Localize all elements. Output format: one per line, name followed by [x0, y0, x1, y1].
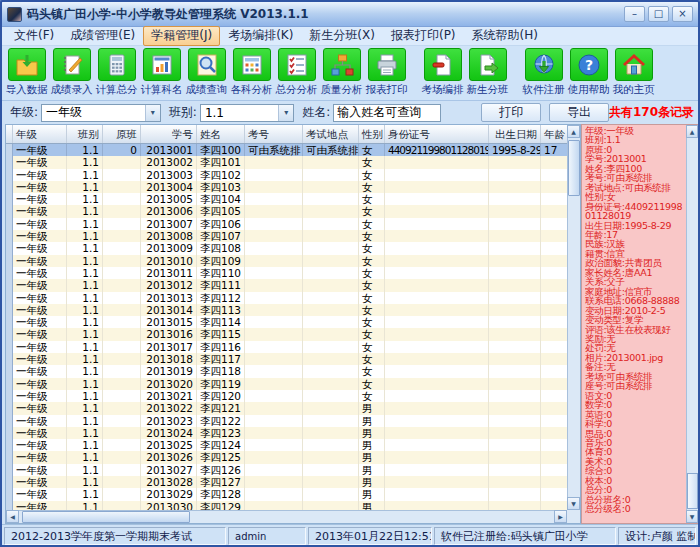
- table-row[interactable]: 一年级1.12013024李四123男: [6, 427, 567, 439]
- table-row[interactable]: 一年级1.12013013李四112女: [6, 292, 567, 304]
- row-selector[interactable]: [6, 378, 13, 390]
- table-row[interactable]: 一年级1.12013022李四121男: [6, 402, 567, 414]
- toolbar-button[interactable]: 导入数据: [4, 48, 49, 97]
- table-horizontal-scrollbar[interactable]: ◀ ▶: [6, 510, 567, 523]
- toolbar-button[interactable]: 我的主页: [611, 48, 656, 97]
- table-row[interactable]: 一年级1.12013004李四103女: [6, 181, 567, 193]
- row-selector[interactable]: [6, 255, 13, 267]
- table-row[interactable]: 一年级1.12013027李四126男: [6, 464, 567, 476]
- row-selector-header[interactable]: [6, 125, 13, 143]
- panel-scrollbar[interactable]: ▲ ▼: [686, 125, 698, 523]
- row-selector[interactable]: [6, 169, 13, 181]
- row-selector[interactable]: [6, 365, 13, 377]
- row-selector[interactable]: [6, 218, 13, 230]
- row-selector[interactable]: [6, 267, 13, 279]
- table-row[interactable]: 一年级1.12013006李四105女: [6, 205, 567, 217]
- row-selector[interactable]: [6, 144, 13, 156]
- menu-item[interactable]: 报表打印(P): [383, 26, 464, 46]
- column-header[interactable]: 身份证号: [385, 125, 489, 143]
- menu-item[interactable]: 成绩管理(E): [62, 26, 143, 46]
- table-row[interactable]: 一年级1.12013018李四117女: [6, 353, 567, 365]
- toolbar-button[interactable]: 报表打印: [364, 48, 409, 97]
- row-selector[interactable]: [6, 353, 13, 365]
- table-row[interactable]: 一年级1.12013023李四122男: [6, 415, 567, 427]
- table-row[interactable]: 一年级1.12013002李四101女: [6, 156, 567, 168]
- table-row[interactable]: 一年级1.12013030李四129男: [6, 501, 567, 510]
- row-selector[interactable]: [6, 304, 13, 316]
- row-selector[interactable]: [6, 316, 13, 328]
- row-selector[interactable]: [6, 488, 13, 500]
- table-row[interactable]: 一年级1.102013001李四100可由系统排可由系统排女4409211998…: [6, 144, 567, 156]
- row-selector[interactable]: [6, 476, 13, 488]
- scroll-down-icon[interactable]: ▼: [686, 510, 698, 523]
- table-row[interactable]: 一年级1.12013008李四107女: [6, 230, 567, 242]
- menu-item[interactable]: 系统帮助(H): [464, 26, 546, 46]
- print-button[interactable]: 打印: [481, 103, 541, 122]
- row-selector[interactable]: [6, 156, 13, 168]
- table-row[interactable]: 一年级1.12013016李四115女: [6, 328, 567, 340]
- row-selector[interactable]: [6, 415, 13, 427]
- toolbar-button[interactable]: 成绩录入: [49, 48, 94, 97]
- menu-item[interactable]: 学籍管理(J): [143, 26, 220, 46]
- minimize-button[interactable]: –: [624, 6, 645, 22]
- maximize-button[interactable]: □: [648, 6, 669, 22]
- menu-item[interactable]: 新生分班(X): [301, 26, 383, 46]
- table-row[interactable]: 一年级1.12013028李四127男: [6, 476, 567, 488]
- column-header[interactable]: 年级: [13, 125, 67, 143]
- row-selector[interactable]: [6, 242, 13, 254]
- table-row[interactable]: 一年级1.12013015李四114女: [6, 316, 567, 328]
- scroll-right-icon[interactable]: ▶: [554, 510, 567, 523]
- column-header[interactable]: 考试地点: [303, 125, 359, 143]
- table-row[interactable]: 一年级1.12013007李四106女: [6, 218, 567, 230]
- row-selector[interactable]: [6, 279, 13, 291]
- row-selector[interactable]: [6, 193, 13, 205]
- toolbar-button[interactable]: 计算总分: [94, 48, 139, 97]
- toolbar-button[interactable]: 新生分班: [465, 48, 510, 97]
- name-search-input[interactable]: [333, 104, 441, 122]
- toolbar-button[interactable]: 成绩查询: [184, 48, 229, 97]
- toolbar-button[interactable]: 总分分析: [274, 48, 319, 97]
- table-row[interactable]: 一年级1.12013003李四102女: [6, 169, 567, 181]
- table-vertical-scrollbar[interactable]: ▲ ▼: [567, 125, 580, 510]
- column-header[interactable]: 学号: [141, 125, 197, 143]
- row-selector[interactable]: [6, 230, 13, 242]
- toolbar-button[interactable]: ?使用帮助: [566, 48, 611, 97]
- menu-item[interactable]: 考场编排(K): [220, 26, 301, 46]
- row-selector[interactable]: [6, 501, 13, 510]
- table-row[interactable]: 一年级1.12013026李四125男: [6, 451, 567, 463]
- column-header[interactable]: 性别: [359, 125, 385, 143]
- vertical-scrollbar-thumb[interactable]: [568, 140, 580, 196]
- menu-item[interactable]: 文件(F): [6, 26, 62, 46]
- row-selector[interactable]: [6, 427, 13, 439]
- row-selector[interactable]: [6, 205, 13, 217]
- row-selector[interactable]: [6, 328, 13, 340]
- toolbar-button[interactable]: 考场编排: [420, 48, 465, 97]
- toolbar-button[interactable]: 各科分析: [229, 48, 274, 97]
- table-row[interactable]: 一年级1.12013020李四119女: [6, 378, 567, 390]
- chevron-down-icon[interactable]: ▾: [145, 105, 160, 121]
- table-row[interactable]: 一年级1.12013021李四120女: [6, 390, 567, 402]
- row-selector[interactable]: [6, 181, 13, 193]
- grade-select[interactable]: 一年级 ▾: [41, 104, 161, 122]
- close-button[interactable]: ×: [672, 6, 693, 22]
- column-header[interactable]: 考号: [245, 125, 303, 143]
- toolbar-button[interactable]: 软件注册: [521, 48, 566, 97]
- column-header[interactable]: 原班: [103, 125, 141, 143]
- table-row[interactable]: 一年级1.12013009李四108女: [6, 242, 567, 254]
- table-row[interactable]: 一年级1.12013014李四113女: [6, 304, 567, 316]
- table-row[interactable]: 一年级1.12013005李四104女: [6, 193, 567, 205]
- table-row[interactable]: 一年级1.12013010李四109女: [6, 255, 567, 267]
- row-selector[interactable]: [6, 341, 13, 353]
- column-header[interactable]: 年龄: [541, 125, 567, 143]
- table-row[interactable]: 一年级1.12013017李四116女: [6, 341, 567, 353]
- column-header[interactable]: 出生日期: [489, 125, 541, 143]
- toolbar-button[interactable]: 计算科名: [139, 48, 184, 97]
- row-selector[interactable]: [6, 439, 13, 451]
- row-selector[interactable]: [6, 390, 13, 402]
- column-header[interactable]: 班别: [67, 125, 103, 143]
- scroll-up-icon[interactable]: ▲: [567, 125, 580, 138]
- row-selector[interactable]: [6, 292, 13, 304]
- scroll-down-icon[interactable]: ▼: [567, 497, 580, 510]
- table-row[interactable]: 一年级1.12013029李四128男: [6, 488, 567, 500]
- horizontal-scrollbar-thumb[interactable]: [22, 511, 190, 523]
